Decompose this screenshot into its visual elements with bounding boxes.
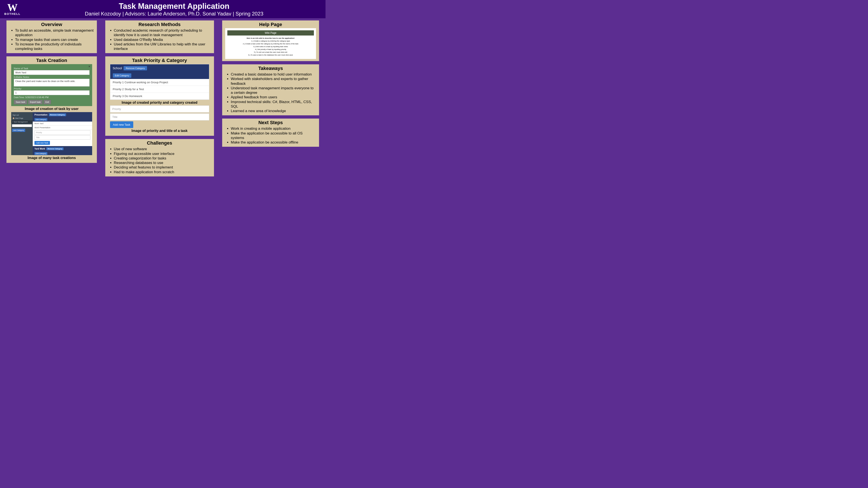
table-row[interactable]: Priority 1 Continue working on Group Pro… xyxy=(110,79,209,86)
multi-task-mock: Sign out 🏠 Start Page + Task Management … xyxy=(11,112,92,155)
exit-button[interactable]: Exit xyxy=(43,100,51,104)
list-item: Used articles from the UW Libraries to h… xyxy=(114,42,211,51)
list-item: Learned a new area of knowledge xyxy=(231,109,316,113)
remove-category-button[interactable]: Remove Category xyxy=(124,66,147,70)
uw-logo: W BOTHELL xyxy=(4,3,21,15)
title-field[interactable]: Title xyxy=(34,135,90,140)
takeaways-card: Takeaways Created a basic database to ho… xyxy=(222,64,319,115)
name-label: Name of Task xyxy=(14,67,90,70)
takeaways-list: Created a basic database to hold user in… xyxy=(231,72,316,113)
datetime-label: DateTime: 5/30/2023 6:58:46 PM xyxy=(14,96,90,99)
category-header-1: Presentation Remove Category xyxy=(33,112,92,118)
title-input[interactable]: Title xyxy=(110,113,209,121)
priority-input[interactable]: Priority xyxy=(110,105,209,112)
logo-letter: W xyxy=(7,3,18,12)
sidebar-signout[interactable]: Sign out xyxy=(12,113,32,117)
sidebar: Sign out 🏠 Start Page + Task Management … xyxy=(11,112,33,155)
list-item: Had to make application from scratch xyxy=(114,170,211,174)
main-panel: Presentation Remove Category Edit Catego… xyxy=(33,112,92,155)
list-item: Conducted academic research of priority … xyxy=(114,28,211,37)
table-row[interactable]: Priority 3 Do Homework xyxy=(110,93,209,100)
overview-list: To build an accessible, simple task mana… xyxy=(15,28,94,51)
task-form-mock: ✕ Name of Task Work Yard Editable Notes … xyxy=(11,64,92,106)
next-steps-card: Next Steps Work in creating a mobile app… xyxy=(222,119,319,147)
list-item: Used database O'Reilly Media xyxy=(114,37,211,42)
poster-grid: Overview To build an accessible, simple … xyxy=(0,18,326,178)
close-icon[interactable]: ✕ xyxy=(88,65,90,68)
research-heading: Research Methods xyxy=(108,22,211,27)
save-button[interactable]: Save task xyxy=(14,100,27,104)
priority-heading: Task Priority & Category xyxy=(108,58,211,63)
priority-caption2: Image of priority and title of a task xyxy=(108,129,211,133)
next-steps-list: Work in creating a mobile application Ma… xyxy=(231,126,316,144)
sidebar-start[interactable]: 🏠 Start Page xyxy=(12,117,32,120)
overview-heading: Overview xyxy=(9,22,94,27)
list-item: Creating categorization for tasks xyxy=(114,156,211,161)
list-item: Worked with stakeholders and experts to … xyxy=(231,76,316,86)
research-card: Research Methods Conducted academic rese… xyxy=(105,21,214,53)
help-line: 3.) Edit notes in a task by inputting ta… xyxy=(227,45,314,47)
list-item: Use of new software xyxy=(114,147,211,151)
add-task-button[interactable]: Add new Task xyxy=(34,141,50,145)
priority-field[interactable]: Priority xyxy=(34,130,90,135)
next-steps-heading: Next Steps xyxy=(225,120,316,125)
page-subtitle: Daniel Kozodoy | Advisors: Laurie Anders… xyxy=(27,11,321,17)
list-item: Researching databases to use xyxy=(114,161,211,165)
export-button[interactable]: Export task xyxy=(28,100,42,104)
help-line: 4.) Set priority of task by inputting pr… xyxy=(227,48,314,51)
add-new-task-button[interactable]: Add new Task xyxy=(110,121,133,128)
list-item: Make the application be accessible to al… xyxy=(231,131,316,140)
table-row[interactable]: Priority 2 Study for a Test xyxy=(110,86,209,93)
wiki-bar: Wiki Page xyxy=(227,30,314,35)
overview-card: Overview To build an accessible, simple … xyxy=(6,21,97,53)
edit-category-button[interactable]: Edit Category xyxy=(34,152,48,155)
list-item: Figuring out accessible user interface xyxy=(114,152,211,156)
help-heading: Help Page xyxy=(225,22,316,27)
logo-subtext: BOTHELL xyxy=(4,12,21,15)
table-row[interactable]: Work Presentation xyxy=(33,126,92,130)
edit-category-button[interactable]: Edit Category xyxy=(34,118,48,121)
table-row[interactable]: Work Yard xyxy=(33,122,92,126)
column-middle: Research Methods Conducted academic rese… xyxy=(105,21,214,176)
help-intro: Here is an info wiki to describe how to … xyxy=(227,37,314,39)
category-name: Yard Work xyxy=(34,148,45,150)
priority-card: Task Priority & Category School Remove C… xyxy=(105,56,214,136)
help-line: 6.) To save a task to the database the u… xyxy=(227,54,314,56)
remove-category-button[interactable]: Remove Category xyxy=(46,148,63,150)
notes-input[interactable]: Clean the yard and make sure its clean o… xyxy=(14,79,90,87)
priority-input[interactable]: 1 xyxy=(14,90,90,95)
priority-label: Priority: xyxy=(14,87,90,90)
help-card: Help Page Wiki Page Here is an info wiki… xyxy=(222,21,319,61)
header-title-block: Task Management Application Daniel Kozod… xyxy=(27,2,321,17)
help-line: 2.) Create a task under the category by … xyxy=(227,43,314,45)
list-item: Improved technical skills: C#, Blazor, H… xyxy=(231,100,316,109)
column-left: Overview To build an accessible, simple … xyxy=(6,21,97,176)
list-item: Work in creating a mobile application xyxy=(231,126,316,131)
priority-caption1: Image of created priority and category c… xyxy=(108,101,211,104)
remove-category-button[interactable]: Remove Category xyxy=(49,113,66,116)
category-name: School xyxy=(113,66,122,70)
notes-label: Editable Notes xyxy=(14,76,90,78)
task-creation-caption2: Image of many task creations xyxy=(9,156,94,160)
task-creation-caption1: Image of creation of task by user xyxy=(9,107,94,111)
list-item: To build an accessible, simple task mana… xyxy=(15,28,94,37)
list-item: Applied feedback from users xyxy=(231,95,316,99)
button-row: Save task Export task Exit xyxy=(14,100,90,104)
category-name: Presentation xyxy=(34,113,48,116)
category-header-2: Yard Work Remove Category xyxy=(33,146,92,152)
challenges-heading: Challenges xyxy=(108,140,211,146)
challenges-list: Use of new software Figuring out accessi… xyxy=(114,147,211,174)
help-page-mock: Wiki Page Here is an info wiki to descri… xyxy=(225,28,316,59)
edit-category-button[interactable]: Edit Category xyxy=(113,73,131,78)
sidebar-task-mgmt[interactable]: + Task Management xyxy=(11,120,33,124)
list-item: To increase the productivity of individu… xyxy=(15,42,94,51)
list-item: Created a basic database to hold user in… xyxy=(231,72,316,76)
add-category-button[interactable]: Add Category xyxy=(12,129,25,132)
help-line: 1.) Create a category by entering the ca… xyxy=(227,40,314,42)
page-title: Task Management Application xyxy=(27,2,321,11)
column-right: Help Page Wiki Page Here is an info wiki… xyxy=(222,21,319,176)
category-header: School Remove Category xyxy=(110,64,209,72)
category-subheader: Edit Category xyxy=(110,72,209,79)
task-name-input[interactable]: Work Yard xyxy=(14,70,90,75)
list-item: To manage tasks that users can create xyxy=(15,37,94,42)
